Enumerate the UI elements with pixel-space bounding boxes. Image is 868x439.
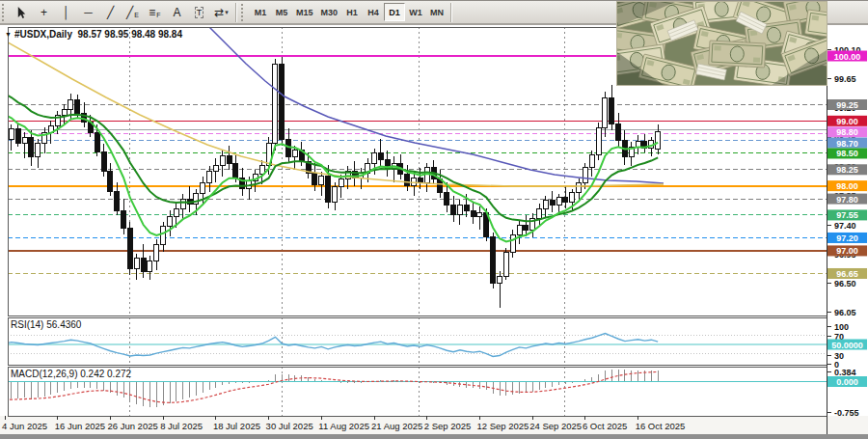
horizontal-line-icon: ─ bbox=[84, 6, 93, 19]
trendline-tool-button[interactable]: ╱ bbox=[99, 3, 122, 22]
svg-text:30 Jul 2025: 30 Jul 2025 bbox=[266, 421, 313, 431]
svg-text:0.000: 0.000 bbox=[836, 377, 858, 387]
svg-text:11 Aug 2025: 11 Aug 2025 bbox=[318, 421, 369, 431]
cursor-icon bbox=[15, 6, 28, 19]
svg-text:96.50: 96.50 bbox=[834, 279, 856, 288]
crosshair-icon: + bbox=[41, 6, 47, 19]
toolbar-drag-handle[interactable] bbox=[2, 4, 8, 21]
svg-text:-0.755: -0.755 bbox=[834, 408, 859, 418]
svg-text:50.0000: 50.0000 bbox=[831, 341, 863, 350]
crosshair-tool-button[interactable]: + bbox=[33, 3, 55, 22]
svg-text:98.70: 98.70 bbox=[836, 139, 858, 149]
vertical-line-icon: │ bbox=[63, 6, 70, 19]
timeframe-button-m15[interactable]: M15 bbox=[292, 3, 317, 21]
cursor-tool-button[interactable] bbox=[11, 3, 33, 22]
horizontal-line-tool-button[interactable]: ─ bbox=[77, 3, 99, 22]
timeframe-button-mn[interactable]: MN bbox=[426, 3, 448, 21]
text-label-tool-button[interactable]: T bbox=[188, 3, 210, 22]
svg-text:18 Jul 2025: 18 Jul 2025 bbox=[213, 421, 260, 431]
svg-text:98.50: 98.50 bbox=[836, 149, 858, 158]
ohlc-values: 98.57 98.95 98.48 98.84 bbox=[78, 29, 182, 40]
arrows-tool-button[interactable]: ⇄▾ bbox=[210, 3, 232, 22]
toolbar-drag-handle[interactable] bbox=[241, 4, 247, 21]
trendline-icon: ╱ bbox=[107, 6, 114, 19]
svg-text:97.80: 97.80 bbox=[836, 195, 858, 205]
svg-text:26 Jun 2025: 26 Jun 2025 bbox=[107, 421, 157, 431]
timeframe-button-m5[interactable]: M5 bbox=[271, 3, 292, 21]
svg-text:99.65: 99.65 bbox=[834, 74, 856, 84]
svg-text:4 Jun 2025: 4 Jun 2025 bbox=[2, 421, 47, 431]
svg-text:100: 100 bbox=[834, 322, 849, 332]
text-tool-button[interactable]: A bbox=[166, 3, 188, 22]
chart-collapse-icon[interactable]: ▼ bbox=[5, 31, 12, 38]
svg-text:96.65: 96.65 bbox=[836, 269, 858, 279]
svg-text:97.00: 97.00 bbox=[836, 246, 858, 256]
symbol-ohlc-line: ▼#USDX,Daily 98.57 98.95 98.48 98.84 bbox=[5, 29, 182, 40]
fibonacci-tool-button[interactable]: ≡F bbox=[144, 3, 166, 22]
svg-text:21 Aug 2025: 21 Aug 2025 bbox=[371, 421, 422, 431]
drawing-tools-group: +│─╱╱E≡FAT⇄▾ bbox=[11, 3, 232, 22]
macd-indicator-label: MACD(12,26,9) 0.242 0.272 bbox=[11, 369, 131, 379]
text-icon: A bbox=[173, 6, 180, 19]
timeframe-button-h4[interactable]: H4 bbox=[363, 3, 384, 21]
svg-text:2 Sep 2025: 2 Sep 2025 bbox=[424, 421, 472, 431]
status-bar bbox=[0, 434, 868, 439]
svg-text:97.55: 97.55 bbox=[836, 210, 858, 220]
symbol-title: #USDX,Daily bbox=[14, 29, 72, 40]
fibonacci-icon: ≡ bbox=[149, 6, 155, 19]
toolbar-separator bbox=[235, 3, 236, 22]
text-label-icon: T bbox=[195, 7, 204, 18]
equidistant-channel-tool-button[interactable]: ╱E bbox=[122, 3, 144, 22]
equidistant-channel-icon: ╱ bbox=[126, 6, 133, 19]
money-photo bbox=[617, 2, 827, 85]
svg-text:99.00: 99.00 bbox=[836, 117, 858, 126]
timeframe-button-d1[interactable]: D1 bbox=[384, 3, 405, 21]
chevron-down-icon: ▾ bbox=[225, 9, 229, 16]
vertical-line-tool-button[interactable]: │ bbox=[55, 3, 77, 22]
chart-window: 100.1099.6599.2098.7598.3097.8597.4096.9… bbox=[0, 0, 868, 439]
timeframe-button-m1[interactable]: M1 bbox=[250, 3, 271, 21]
equidistant-channel-icon-sub: E bbox=[134, 12, 139, 18]
svg-text:98.00: 98.00 bbox=[836, 181, 858, 191]
toolbar-separator bbox=[450, 3, 451, 22]
svg-text:12 Sep 2025: 12 Sep 2025 bbox=[476, 421, 529, 431]
svg-text:99.25: 99.25 bbox=[836, 100, 858, 110]
svg-text:97.20: 97.20 bbox=[836, 233, 858, 243]
timeframe-button-m30[interactable]: M30 bbox=[317, 3, 342, 21]
svg-text:16 Jun 2025: 16 Jun 2025 bbox=[55, 421, 105, 431]
svg-text:97.40: 97.40 bbox=[834, 221, 856, 231]
svg-text:98.80: 98.80 bbox=[836, 127, 858, 137]
timeframe-button-h1[interactable]: H1 bbox=[341, 3, 363, 21]
fibonacci-icon-sub: F bbox=[156, 12, 160, 18]
svg-text:16 Oct 2025: 16 Oct 2025 bbox=[636, 421, 686, 431]
rsi-indicator-label: RSI(14) 56.4360 bbox=[11, 319, 81, 330]
arrows-icon: ⇄ bbox=[214, 6, 224, 19]
svg-text:6 Oct 2025: 6 Oct 2025 bbox=[583, 421, 627, 431]
svg-text:0.384: 0.384 bbox=[834, 368, 856, 377]
svg-text:8 Jul 2025: 8 Jul 2025 bbox=[160, 421, 203, 431]
svg-text:24 Sep 2025: 24 Sep 2025 bbox=[529, 421, 582, 431]
timeframe-group: M1M5M15M30H1H4D1W1MN bbox=[250, 3, 448, 21]
svg-text:100.00: 100.00 bbox=[834, 52, 861, 62]
svg-text:98.25: 98.25 bbox=[836, 165, 858, 175]
timeframe-button-w1[interactable]: W1 bbox=[405, 3, 426, 21]
svg-text:96.05: 96.05 bbox=[834, 308, 856, 317]
